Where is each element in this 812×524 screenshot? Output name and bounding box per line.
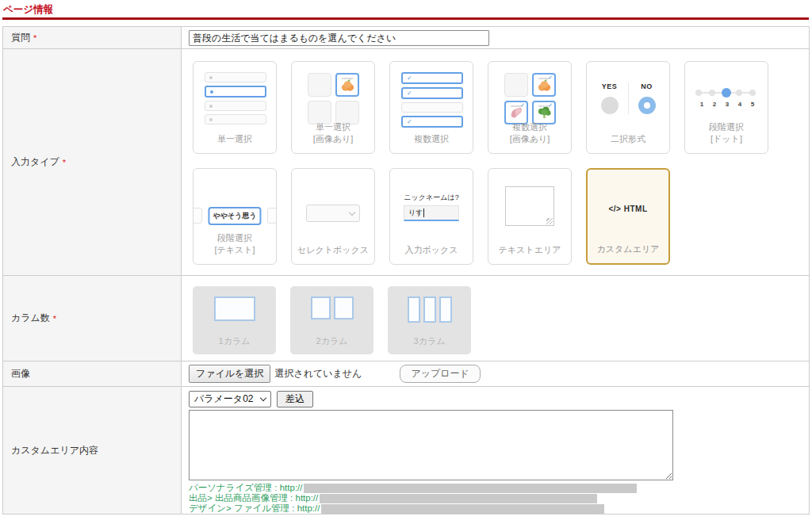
sample-question: ニックネームは? bbox=[390, 193, 473, 203]
question-label-cell: 質問 * bbox=[3, 27, 182, 48]
check-icon: ✓ bbox=[407, 119, 412, 125]
card-label: 複数選択 bbox=[390, 133, 473, 145]
column-cards: 1カラム 2カラム bbox=[182, 276, 809, 354]
question-input[interactable] bbox=[189, 30, 489, 46]
card-step-select-text[interactable]: ややそう思う 段階選択 [テキスト] bbox=[193, 168, 277, 265]
three-column-icon bbox=[388, 296, 471, 323]
text-placeholder-line bbox=[342, 78, 353, 79]
card-label: 二択形式 bbox=[587, 133, 669, 145]
link-personalize-admin: パーソナライズ管理 : http:// bbox=[189, 483, 809, 493]
card-label: 複数選択 [画像あり] bbox=[488, 121, 571, 145]
card-custom-area-selected[interactable]: </> HTML カスタムエリア bbox=[586, 168, 670, 265]
image-grid-graphic: ✓ ✓ bbox=[504, 73, 556, 124]
radio-row-selected bbox=[205, 86, 266, 98]
card-single-select[interactable]: 単一選択 bbox=[193, 61, 277, 154]
scale-dot bbox=[736, 90, 742, 96]
columns-content-cell: 1カラム 2カラム bbox=[182, 276, 809, 361]
card-input-box[interactable]: ニックネームは? りす 入力ボックス bbox=[389, 168, 473, 265]
column-card-1[interactable]: 1カラム bbox=[193, 286, 276, 354]
parameter-select[interactable]: パラメータ02 bbox=[189, 391, 271, 407]
check-icon: ✓ bbox=[407, 75, 412, 82]
input-type-cards: 単一選択 bbox=[182, 49, 809, 265]
radio-row bbox=[205, 114, 266, 124]
image-cell-checked: ✓ bbox=[532, 73, 556, 97]
columns-label: カラム数 bbox=[11, 312, 50, 325]
card-label: 段階選択 [ドット] bbox=[685, 121, 768, 145]
custom-area-content-cell: パラメータ02 差込 パーソナライズ管理 : http:// 出品> 出品商品画… bbox=[182, 387, 809, 514]
card-label: 単一選択 [画像あり] bbox=[292, 121, 374, 145]
card-select-box[interactable]: セレクトボックス bbox=[291, 168, 375, 265]
question-label: 質問 bbox=[11, 31, 30, 44]
scale-dot bbox=[695, 90, 702, 96]
file-select-button[interactable]: ファイルを選択 bbox=[189, 365, 270, 383]
input-type-cards-row-2: ややそう思う 段階選択 [テキスト] bbox=[193, 168, 809, 265]
row-image: 画像 ファイルを選択 選択されていません アップロード bbox=[3, 361, 809, 387]
image-label: 画像 bbox=[11, 367, 30, 381]
select-graphic bbox=[306, 205, 360, 222]
link-product-image-admin: 出品> 出品商品画像管理 : http:// bbox=[189, 493, 809, 503]
scale-option-partial bbox=[267, 208, 277, 224]
columns-label-cell: カラム数 * bbox=[3, 276, 182, 361]
input-type-cards-row-1: 単一選択 bbox=[193, 61, 809, 154]
column-card-2[interactable]: 2カラム bbox=[290, 286, 373, 354]
card-label: カスタムエリア bbox=[588, 243, 668, 255]
image-grid-graphic bbox=[308, 73, 359, 124]
card-label: 入力ボックス bbox=[390, 244, 473, 256]
radio-list-graphic bbox=[205, 72, 266, 124]
image-cell bbox=[504, 73, 528, 97]
checkbox-row-checked: ✓ bbox=[401, 87, 463, 99]
dot-scale-graphic: 1 2 3 4 5 bbox=[695, 87, 759, 108]
card-label: 段階選択 [テキスト] bbox=[193, 232, 276, 256]
radio-dot-icon bbox=[210, 90, 213, 94]
page: ページ情報 質問 * 入力タイプ * bbox=[0, 0, 812, 524]
scale-dot-selected bbox=[722, 88, 731, 98]
text-cursor bbox=[423, 208, 424, 217]
card-binary-choice[interactable]: YES NO 二択形式 bbox=[586, 61, 670, 154]
check-icon: ✓ bbox=[520, 102, 525, 109]
card-single-select-image[interactable]: 単一選択 [画像あり] bbox=[291, 61, 375, 154]
question-content-cell bbox=[182, 27, 809, 48]
page-title: ページ情報 bbox=[3, 3, 53, 17]
radio-dot-icon bbox=[209, 118, 213, 121]
one-column-icon bbox=[193, 296, 276, 321]
html-code-badge: </> HTML bbox=[588, 205, 668, 213]
scale-dot bbox=[749, 90, 756, 96]
input-type-label-cell: 入力タイプ * bbox=[3, 49, 182, 275]
redacted-url-bar bbox=[320, 494, 597, 503]
custom-area-label: カスタムエリア内容 bbox=[11, 444, 98, 457]
card-multi-select-image[interactable]: ✓ ✓ bbox=[488, 61, 572, 154]
scale-dot bbox=[709, 90, 715, 96]
card-text-area[interactable]: テキストエリア bbox=[488, 168, 572, 265]
insert-button[interactable]: 差込 bbox=[277, 391, 313, 407]
title-rule bbox=[2, 17, 809, 20]
redacted-url-bar bbox=[304, 484, 637, 493]
scale-option-selected: ややそう思う bbox=[208, 207, 261, 225]
reference-links: パーソナライズ管理 : http:// 出品> 出品商品画像管理 : http:… bbox=[189, 483, 809, 514]
check-icon: ✓ bbox=[548, 102, 553, 109]
page-info-form: 質問 * 入力タイプ * bbox=[2, 26, 810, 514]
image-label-cell: 画像 bbox=[3, 361, 182, 386]
column-card-3[interactable]: 3カラム bbox=[388, 286, 471, 354]
card-label: テキストエリア bbox=[488, 244, 571, 256]
custom-area-label-cell: カスタムエリア内容 bbox=[3, 387, 182, 514]
card-multi-select[interactable]: ✓ ✓ ✓ 複数選択 bbox=[389, 61, 473, 154]
check-icon: ✓ bbox=[548, 75, 553, 81]
image-cell bbox=[308, 73, 331, 97]
image-cell-selected bbox=[335, 73, 359, 97]
card-step-select-dot[interactable]: 1 2 3 4 5 段階選択 [ドット] bbox=[684, 61, 768, 154]
row-question: 質問 * bbox=[3, 27, 809, 49]
upload-button[interactable]: アップロード bbox=[400, 365, 480, 383]
image-content-cell: ファイルを選択 選択されていません アップロード bbox=[182, 361, 809, 386]
checkbox-list-graphic: ✓ ✓ ✓ bbox=[401, 72, 463, 128]
radio-dot-icon bbox=[209, 76, 213, 79]
chevron-down-icon bbox=[260, 395, 266, 401]
scale-option-partial bbox=[193, 208, 202, 224]
row-custom-area-content: カスタムエリア内容 パラメータ02 差込 パーソナライズ管理 : http:/ bbox=[3, 387, 809, 514]
radio-row bbox=[205, 72, 266, 82]
redacted-url-bar bbox=[321, 504, 604, 514]
required-asterisk: * bbox=[63, 158, 66, 167]
required-asterisk: * bbox=[53, 314, 56, 323]
input-graphic: りす bbox=[404, 205, 459, 221]
input-type-content-cell: 単一選択 bbox=[182, 49, 809, 275]
custom-area-textarea[interactable] bbox=[189, 410, 673, 480]
